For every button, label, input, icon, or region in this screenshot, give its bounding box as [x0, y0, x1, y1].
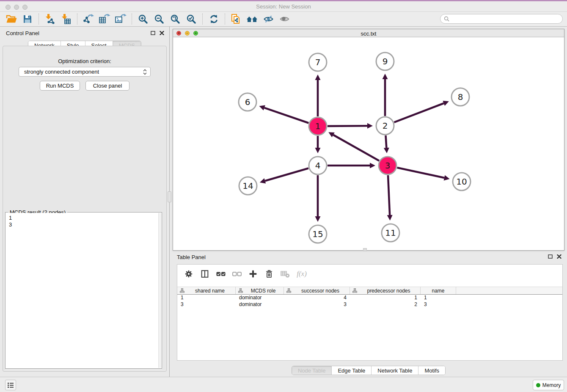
edge-2-8[interactable] — [394, 103, 443, 122]
column-tree-icon — [352, 288, 357, 293]
function-builder-button[interactable]: f(x) — [294, 268, 308, 280]
fx-icon: f(x) — [296, 270, 307, 278]
memory-button[interactable]: Memory — [533, 380, 564, 390]
zoom-out-button[interactable] — [151, 13, 167, 25]
mcds-result-text[interactable]: 1 3 — [6, 213, 158, 368]
close-panel-icon[interactable] — [557, 254, 561, 259]
float-panel-icon[interactable] — [151, 31, 155, 35]
edge-2-3[interactable] — [385, 135, 386, 148]
edge-1-6[interactable] — [264, 108, 309, 123]
table-panel-tabs: Node TableEdge TableNetwork TableMotifs — [170, 366, 567, 375]
network-graph[interactable]: 7968124314101511 — [173, 37, 564, 250]
toolbar-separator — [132, 14, 132, 25]
export-image-button[interactable] — [113, 13, 129, 25]
horizontal-divider-grip[interactable] — [363, 248, 367, 251]
tab-network-table[interactable]: Network Table — [372, 366, 418, 375]
import-table-icon — [61, 14, 72, 25]
zoom-in-button[interactable] — [135, 13, 151, 25]
edge-4-14[interactable] — [265, 168, 308, 181]
table-row[interactable]: 1dominator411 — [177, 295, 562, 301]
list-icon — [7, 382, 14, 388]
eye-icon — [279, 14, 290, 24]
trash-icon — [264, 269, 274, 279]
column-label: name — [421, 288, 456, 294]
column-label: MCDS role — [243, 288, 284, 294]
column-label: successor nodes — [291, 288, 350, 294]
zoom-fit-icon — [170, 14, 180, 24]
close-panel-button[interactable]: Close panel — [85, 81, 129, 91]
refresh-layout-button[interactable] — [206, 13, 222, 25]
table-cell: 1 — [421, 295, 456, 301]
column-header-successor-nodes[interactable]: successor nodes — [284, 287, 350, 294]
import-network-button[interactable] — [42, 13, 58, 25]
clone-network-icon — [231, 14, 242, 25]
edge-3-11[interactable] — [388, 175, 390, 215]
save-session-button[interactable] — [19, 13, 36, 25]
node-label-14: 14 — [242, 181, 253, 191]
delete-column-button[interactable] — [262, 268, 276, 280]
edge-1-2[interactable] — [328, 126, 367, 126]
search-input[interactable] — [449, 16, 559, 22]
show-all-button[interactable] — [276, 13, 292, 25]
open-session-button[interactable] — [3, 13, 19, 25]
select-all-columns-button[interactable] — [214, 268, 228, 280]
column-tree-icon — [286, 288, 291, 293]
table-settings-button[interactable] — [182, 268, 196, 280]
export-network-icon — [83, 14, 94, 25]
refresh-icon — [209, 14, 219, 24]
first-neighbors-button[interactable] — [244, 13, 260, 25]
edge-arrowhead — [384, 148, 389, 153]
column-header-name[interactable]: name — [421, 287, 456, 294]
node-label-2: 2 — [383, 121, 388, 131]
memory-status-icon — [536, 383, 540, 387]
edge-3-10[interactable] — [397, 168, 444, 178]
import-table-button[interactable] — [58, 13, 74, 25]
node-label-3: 3 — [385, 160, 391, 171]
search-icon — [444, 16, 449, 22]
node-label-10: 10 — [456, 177, 467, 187]
zoom-in-icon — [138, 14, 148, 24]
node-label-8: 8 — [458, 92, 463, 102]
clone-network-button[interactable] — [228, 13, 244, 25]
import-network-icon — [44, 14, 55, 25]
export-network-button[interactable] — [80, 13, 96, 25]
column-header-shared-name[interactable]: shared name — [177, 287, 236, 294]
float-panel-icon[interactable] — [548, 254, 553, 259]
zoom-selected-button[interactable] — [183, 13, 199, 25]
export-table-button[interactable] — [96, 13, 113, 25]
edge-arrowhead — [260, 178, 266, 183]
result-scrollbar[interactable] — [158, 213, 161, 368]
close-panel-icon[interactable] — [160, 31, 164, 35]
network-titlebar[interactable]: ✕ − + scc.txt — [173, 29, 564, 37]
export-image-icon — [115, 14, 127, 25]
houses-icon — [246, 14, 259, 24]
unchecked-boxes-icon — [232, 269, 242, 279]
toolbar-separator — [39, 14, 39, 25]
criterion-dropdown[interactable]: strongly connected component — [19, 67, 151, 77]
tab-node-table[interactable]: Node Table — [292, 366, 332, 375]
node-label-15: 15 — [312, 229, 323, 239]
column-header-predecessor-nodes[interactable]: predecessor nodes — [350, 287, 421, 294]
tab-motifs[interactable]: Motifs — [418, 366, 445, 375]
task-history-button[interactable] — [5, 380, 16, 390]
edge-3-1[interactable] — [333, 135, 379, 161]
unselect-all-columns-button[interactable] — [230, 268, 244, 280]
split-columns-button[interactable] — [198, 268, 212, 280]
hide-selected-button[interactable] — [260, 13, 276, 25]
column-header-MCDS-role[interactable]: MCDS role — [236, 287, 284, 294]
table-cell: 3 — [284, 301, 350, 308]
zoom-fit-button[interactable] — [167, 13, 183, 25]
search-box[interactable] — [440, 14, 563, 24]
run-mcds-button[interactable]: Run MCDS — [40, 81, 80, 91]
delete-table-icon — [280, 269, 290, 279]
toolbar-separator — [225, 14, 225, 25]
panel-divider-grip[interactable] — [168, 191, 171, 202]
network-canvas[interactable]: 7968124314101511 — [173, 37, 564, 250]
control-panel-title: Control Panel — [6, 30, 39, 36]
node-table[interactable]: shared nameMCDS rolesuccessor nodesprede… — [177, 287, 562, 308]
delete-table-button[interactable] — [278, 268, 292, 280]
add-column-button[interactable] — [246, 268, 260, 280]
table-row[interactable]: 3dominator323 — [177, 301, 562, 308]
tab-edge-table[interactable]: Edge Table — [332, 366, 372, 375]
edge-arrowhead — [367, 123, 373, 129]
